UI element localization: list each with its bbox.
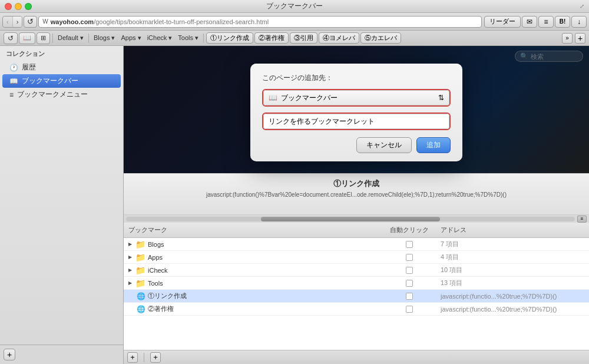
bm-icheck[interactable]: iCheck ▾ bbox=[145, 33, 175, 43]
info-url: javascript:(function()%7Bvar%20ele=docum… bbox=[131, 191, 582, 198]
address-domain: wayohoo.com bbox=[51, 18, 94, 25]
grid-button[interactable]: ⊞ bbox=[37, 32, 50, 44]
td-autoclick-4 bbox=[383, 292, 436, 301]
add-bookmark-button[interactable]: + bbox=[575, 33, 585, 44]
sidebar-item-bookmarkbar[interactable]: 📖 ブックマークバー bbox=[2, 74, 121, 88]
th-autoclick: 自動クリック bbox=[383, 224, 436, 236]
bm-tools[interactable]: Tools ▾ bbox=[176, 33, 201, 43]
scrollbar-thumb[interactable] bbox=[261, 217, 441, 221]
checkbox-5[interactable] bbox=[406, 306, 413, 313]
folder-icon-2: 📁 bbox=[135, 266, 145, 275]
info-title: ①リンク作成 bbox=[131, 178, 582, 189]
td-address-3: 13 項目 bbox=[436, 277, 589, 289]
address-path: /google/tips/bookmarklet-to-turn-off-per… bbox=[94, 18, 269, 25]
td-autoclick-1 bbox=[383, 253, 436, 262]
overflow-button[interactable]: » bbox=[562, 33, 573, 44]
sidebar-add-button[interactable]: + bbox=[4, 349, 15, 360]
scrollbar-area: ≡ bbox=[124, 214, 589, 223]
table-row[interactable]: 🌐 ①リンク作成 javascript:(functio...%20true;%… bbox=[124, 290, 589, 303]
minimize-button[interactable] bbox=[15, 3, 22, 10]
td-autoclick-2 bbox=[383, 266, 436, 275]
modal-input-wrapper bbox=[262, 112, 451, 130]
table-row[interactable]: 🌐 ②著作権 javascript:(functio...%20true;%7D… bbox=[124, 303, 589, 316]
scrollbar-track[interactable] bbox=[126, 217, 575, 221]
bookmark-toolbar: ↺ 📖 ⊞ Default ▾ Blogs ▾ Apps ▾ iCheck ▾ … bbox=[0, 31, 589, 46]
toggle-sidebar-button[interactable]: ↺ bbox=[4, 32, 18, 44]
sidebar-item-history[interactable]: 🕐 履歴 bbox=[0, 61, 123, 74]
close-button[interactable] bbox=[5, 3, 12, 10]
bookmark-icon-5: 🌐 bbox=[137, 305, 145, 313]
sidebar-item-bookmarkmenu-label: ブックマークメニュー bbox=[17, 90, 88, 100]
separator-1 bbox=[52, 34, 53, 43]
bookmark-icon-4: 🌐 bbox=[137, 292, 145, 300]
table-row[interactable]: ▶ 📁 iCheck 10 項目 bbox=[124, 264, 589, 277]
checkbox-3[interactable] bbox=[406, 280, 413, 287]
checkbox-4[interactable] bbox=[406, 293, 413, 300]
th-address: アドレス bbox=[436, 224, 589, 236]
table-row[interactable]: ▶ 📁 Tools 13 項目 bbox=[124, 277, 589, 290]
td-bookmark-1: ▶ 📁 Apps bbox=[124, 252, 383, 263]
folder-icon-3: 📁 bbox=[135, 279, 145, 288]
folder-triangle-3: ▶ bbox=[128, 280, 132, 286]
row-name-4: ①リンク作成 bbox=[148, 292, 187, 300]
modal-dropdown-left: 📖 ブックマークバー bbox=[269, 93, 337, 103]
row-name-2: iCheck bbox=[148, 267, 168, 274]
resize-icon[interactable]: ⤢ bbox=[580, 3, 584, 9]
bm-citation[interactable]: ③引用 bbox=[290, 32, 317, 44]
bm-yomereba[interactable]: ④ヨメレバ bbox=[319, 32, 359, 44]
td-address-5: javascript:(functio...%20true;%7D%7D)() bbox=[436, 305, 589, 314]
bookmarks-button[interactable]: 📖 bbox=[19, 32, 35, 44]
download-icon[interactable]: ↓ bbox=[571, 16, 587, 28]
separator-3 bbox=[203, 34, 204, 43]
table-row[interactable]: ▶ 📁 Apps 4 項目 bbox=[124, 251, 589, 264]
modal-buttons: キャンセル 追加 bbox=[262, 137, 451, 153]
bottom-add-button[interactable]: + bbox=[127, 352, 138, 363]
sidebar-item-bookmarkmenu[interactable]: ≡ ブックマークメニュー bbox=[0, 88, 123, 101]
modal-dropdown[interactable]: 📖 ブックマークバー ⇅ bbox=[263, 90, 449, 105]
modal-add-button[interactable]: 追加 bbox=[416, 137, 451, 153]
forward-button[interactable]: › bbox=[13, 16, 22, 27]
bm-default[interactable]: Default ▾ bbox=[55, 33, 86, 43]
bm-copyright[interactable]: ②著作権 bbox=[254, 32, 289, 44]
td-bookmark-5: 🌐 ②著作権 bbox=[124, 303, 383, 315]
bookmark-b-icon[interactable]: B! bbox=[555, 16, 570, 28]
folder-triangle-1: ▶ bbox=[128, 254, 132, 260]
td-address-2: 10 項目 bbox=[436, 264, 589, 276]
info-panel: ①リンク作成 javascript:(function()%7Bvar%20el… bbox=[124, 173, 589, 214]
row-name-1: Apps bbox=[148, 254, 163, 261]
back-button[interactable]: ‹ bbox=[3, 16, 13, 27]
window-title: ブックマークバー bbox=[266, 1, 323, 11]
folder-triangle-2: ▶ bbox=[128, 267, 132, 273]
td-autoclick-3 bbox=[383, 279, 436, 288]
sidebar-header: コレクション bbox=[0, 46, 123, 61]
bm-apps[interactable]: Apps ▾ bbox=[119, 33, 144, 43]
address-bar[interactable]: W wayohoo.com/google/tips/bookmarklet-to… bbox=[38, 16, 482, 28]
mail-icon[interactable]: ✉ bbox=[522, 16, 537, 28]
modal-title: このページの追加先： bbox=[262, 73, 451, 83]
history-icon: 🕐 bbox=[9, 64, 18, 72]
maximize-button[interactable] bbox=[25, 3, 32, 10]
checkbox-0[interactable] bbox=[406, 241, 413, 248]
reader-button[interactable]: リーダー bbox=[484, 16, 521, 28]
modal-cancel-button[interactable]: キャンセル bbox=[356, 137, 412, 153]
modal-dropdown-icon: 📖 bbox=[269, 94, 277, 102]
bottom-add-button-2[interactable]: + bbox=[150, 352, 161, 363]
folder-triangle-0: ▶ bbox=[128, 241, 132, 247]
sidebar: コレクション 🕐 履歴 📖 ブックマークバー ≡ ブックマークメニュー + bbox=[0, 46, 124, 364]
reload-button[interactable]: ↺ bbox=[24, 16, 37, 28]
layers-icon[interactable]: ≡ bbox=[538, 16, 554, 28]
sidebar-item-bookmarkbar-label: ブックマークバー bbox=[22, 76, 78, 86]
modal-name-input[interactable] bbox=[263, 114, 449, 129]
table-header: ブックマーク 自動クリック アドレス bbox=[124, 223, 589, 238]
navigation-bar: ‹ › ↺ W wayohoo.com/google/tips/bookmark… bbox=[0, 13, 589, 31]
scrollbar-collapse[interactable]: ≡ bbox=[577, 216, 587, 223]
checkbox-1[interactable] bbox=[406, 254, 413, 261]
row-name-0: Blogs bbox=[148, 241, 164, 248]
bm-blogs[interactable]: Blogs ▾ bbox=[91, 33, 118, 43]
toolbar-icons: ✉ ≡ B! ↓ bbox=[522, 16, 587, 28]
bottom-separator bbox=[144, 353, 144, 362]
bm-link-create[interactable]: ①リンク作成 bbox=[206, 32, 253, 44]
table-row[interactable]: ▶ 📁 Blogs 7 項目 bbox=[124, 238, 589, 251]
bm-kaereba[interactable]: ⑤カエレバ bbox=[360, 32, 401, 44]
checkbox-2[interactable] bbox=[406, 267, 413, 274]
